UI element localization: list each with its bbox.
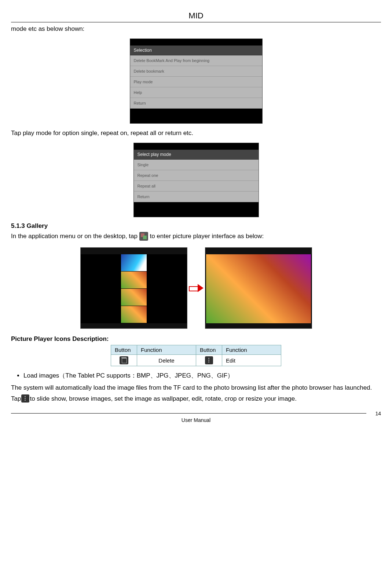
tap-line: Tapto slide show, browse images, set the… [11, 394, 381, 403]
thumb-icon [121, 306, 147, 323]
func-delete: Delete [137, 355, 196, 366]
thumb-icon [121, 272, 147, 289]
tap-line-a: Tap [11, 395, 21, 402]
table-row: Button Function Button Function [111, 345, 281, 355]
bullet-load-images: Load images（The Tablet PC supports：BMP、J… [23, 371, 381, 380]
footer-label: User Manual [11, 417, 381, 423]
play-mode-text: Tap play mode for option single, repeat … [11, 129, 381, 138]
fullimage-icon [206, 254, 311, 323]
gallery-intro-line: In the application menu or on the deskto… [11, 232, 381, 241]
func-edit: Edit [222, 355, 281, 366]
th-function: Function [222, 345, 281, 355]
footer: 14 User Manual [11, 411, 381, 423]
intro-text: mode etc as below shown: [11, 25, 381, 33]
tap-line-b: to slide show, browse images, set the im… [30, 395, 297, 402]
load-paragraph: The system will automatically load the i… [11, 383, 381, 392]
menu1-item: Return [130, 98, 262, 109]
menu1-item: Help [130, 87, 262, 98]
icons-table: Button Function Button Function Delete E… [111, 345, 281, 366]
table-row: Delete Edit [111, 355, 281, 366]
screenshot-gallery-list [80, 247, 187, 329]
menu2-header: Select play mode [134, 150, 259, 160]
menu2-item: Single [134, 160, 259, 170]
menu1-item: Play mode [130, 77, 262, 87]
footer-rule [11, 413, 366, 414]
icons-desc-heading: Picture Player Icons Description: [11, 335, 381, 343]
section-heading-gallery: 5.1.3 Gallery [11, 222, 381, 230]
menu1-item: Delete bookmark [130, 66, 262, 77]
more-menu-icon [21, 394, 29, 403]
delete-icon [120, 356, 128, 364]
thumb-icon [121, 254, 147, 272]
screenshot-playmode-menu: Select play mode Single Repeat one Repea… [133, 143, 259, 217]
menu2-item: Repeat all [134, 181, 259, 192]
screenshot-gallery-full [205, 247, 312, 329]
screenshot-selection-menu: Selection Delete BookMark And Play from … [130, 39, 263, 124]
th-function: Function [137, 345, 196, 355]
edit-menu-icon [205, 356, 213, 364]
gallery-line-a: In the application menu or on the deskto… [11, 233, 139, 240]
page-number: 14 [366, 411, 381, 416]
th-button: Button [196, 345, 222, 355]
header-rule [11, 22, 381, 22]
menu2-item: Repeat one [134, 170, 259, 181]
thumb-icon [121, 289, 147, 306]
th-button: Button [111, 345, 137, 355]
menu2-item: Return [134, 192, 259, 202]
menu1-header: Selection [130, 45, 262, 55]
gallery-app-icon [139, 232, 148, 241]
gallery-line-b: to enter picture player interface as bel… [150, 233, 264, 240]
menu1-item: Delete BookMark And Play from beginning [130, 55, 262, 66]
gallery-screenshots-row [11, 247, 381, 329]
arrow-right-icon [189, 284, 204, 292]
page-header-title: MID [11, 11, 381, 21]
